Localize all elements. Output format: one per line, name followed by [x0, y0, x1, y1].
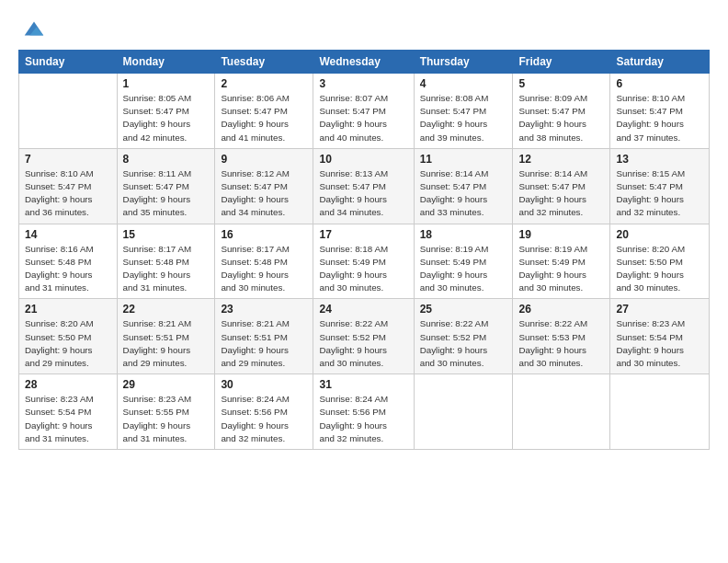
day-number: 9	[221, 153, 307, 166]
day-info: Sunrise: 8:23 AMSunset: 5:54 PMDaylight:…	[616, 317, 703, 370]
calendar-cell: 12Sunrise: 8:14 AMSunset: 5:47 PMDayligh…	[513, 148, 610, 224]
calendar-cell: 4Sunrise: 8:08 AMSunset: 5:47 PMDaylight…	[414, 74, 513, 149]
day-header-thursday: Thursday	[414, 51, 513, 74]
calendar-cell: 28Sunrise: 8:23 AMSunset: 5:54 PMDayligh…	[19, 374, 118, 450]
day-number: 25	[420, 303, 507, 316]
calendar-week-row: 14Sunrise: 8:16 AMSunset: 5:48 PMDayligh…	[19, 224, 710, 299]
calendar-cell: 1Sunrise: 8:05 AMSunset: 5:47 PMDaylight…	[117, 74, 215, 149]
day-info: Sunrise: 8:15 AMSunset: 5:47 PMDaylight:…	[616, 167, 703, 220]
day-number: 1	[123, 77, 210, 90]
day-info: Sunrise: 8:17 AMSunset: 5:48 PMDaylight:…	[123, 243, 210, 295]
day-number: 19	[518, 228, 604, 241]
day-info: Sunrise: 8:22 AMSunset: 5:53 PMDaylight:…	[518, 317, 604, 370]
day-header-monday: Monday	[117, 51, 215, 74]
day-number: 6	[616, 77, 703, 90]
day-info: Sunrise: 8:19 AMSunset: 5:49 PMDaylight:…	[518, 243, 604, 295]
day-number: 16	[221, 228, 307, 241]
day-info: Sunrise: 8:21 AMSunset: 5:51 PMDaylight:…	[123, 317, 210, 370]
calendar-cell	[414, 374, 513, 450]
day-number: 3	[319, 77, 407, 90]
calendar-body: 1Sunrise: 8:05 AMSunset: 5:47 PMDaylight…	[19, 74, 710, 450]
calendar-cell: 17Sunrise: 8:18 AMSunset: 5:49 PMDayligh…	[313, 224, 414, 299]
calendar-cell: 8Sunrise: 8:11 AMSunset: 5:47 PMDaylight…	[117, 148, 215, 224]
calendar-cell: 18Sunrise: 8:19 AMSunset: 5:49 PMDayligh…	[414, 224, 513, 299]
day-info: Sunrise: 8:10 AMSunset: 5:47 PMDaylight:…	[25, 167, 111, 220]
day-number: 20	[616, 228, 703, 241]
calendar-week-row: 28Sunrise: 8:23 AMSunset: 5:54 PMDayligh…	[19, 374, 710, 450]
day-header-saturday: Saturday	[610, 51, 710, 74]
calendar-cell: 7Sunrise: 8:10 AMSunset: 5:47 PMDaylight…	[19, 148, 118, 224]
calendar-cell	[19, 74, 118, 149]
day-info: Sunrise: 8:19 AMSunset: 5:49 PMDaylight:…	[420, 243, 507, 295]
day-number: 30	[221, 378, 307, 391]
day-info: Sunrise: 8:16 AMSunset: 5:48 PMDaylight:…	[25, 243, 111, 295]
calendar-cell: 21Sunrise: 8:20 AMSunset: 5:50 PMDayligh…	[19, 299, 118, 374]
day-number: 15	[123, 228, 210, 241]
calendar-cell: 9Sunrise: 8:12 AMSunset: 5:47 PMDaylight…	[215, 148, 313, 224]
calendar-week-row: 7Sunrise: 8:10 AMSunset: 5:47 PMDaylight…	[19, 148, 710, 224]
day-info: Sunrise: 8:10 AMSunset: 5:47 PMDaylight:…	[616, 92, 703, 144]
logo-icon	[21, 17, 47, 42]
logo	[18, 17, 47, 42]
day-info: Sunrise: 8:06 AMSunset: 5:47 PMDaylight:…	[221, 92, 307, 144]
day-info: Sunrise: 8:17 AMSunset: 5:48 PMDaylight:…	[221, 243, 307, 295]
day-number: 8	[123, 153, 210, 166]
day-info: Sunrise: 8:09 AMSunset: 5:47 PMDaylight:…	[518, 92, 604, 144]
calendar-cell: 24Sunrise: 8:22 AMSunset: 5:52 PMDayligh…	[313, 299, 414, 374]
day-number: 22	[123, 303, 210, 316]
calendar-cell: 11Sunrise: 8:14 AMSunset: 5:47 PMDayligh…	[414, 148, 513, 224]
day-number: 14	[25, 228, 111, 241]
day-number: 4	[420, 77, 507, 90]
day-info: Sunrise: 8:22 AMSunset: 5:52 PMDaylight:…	[319, 317, 407, 370]
calendar-cell: 27Sunrise: 8:23 AMSunset: 5:54 PMDayligh…	[610, 299, 710, 374]
calendar-cell: 26Sunrise: 8:22 AMSunset: 5:53 PMDayligh…	[513, 299, 610, 374]
day-info: Sunrise: 8:20 AMSunset: 5:50 PMDaylight:…	[616, 243, 703, 295]
day-number: 27	[616, 303, 703, 316]
calendar-week-row: 21Sunrise: 8:20 AMSunset: 5:50 PMDayligh…	[19, 299, 710, 374]
day-header-tuesday: Tuesday	[215, 51, 313, 74]
day-info: Sunrise: 8:22 AMSunset: 5:52 PMDaylight:…	[420, 317, 507, 370]
day-info: Sunrise: 8:24 AMSunset: 5:56 PMDaylight:…	[319, 393, 407, 445]
day-info: Sunrise: 8:20 AMSunset: 5:50 PMDaylight:…	[25, 317, 111, 370]
calendar-cell: 19Sunrise: 8:19 AMSunset: 5:49 PMDayligh…	[513, 224, 610, 299]
day-info: Sunrise: 8:14 AMSunset: 5:47 PMDaylight:…	[518, 167, 604, 220]
day-number: 17	[319, 228, 407, 241]
day-number: 13	[616, 153, 703, 166]
calendar-cell: 29Sunrise: 8:23 AMSunset: 5:55 PMDayligh…	[117, 374, 215, 450]
day-number: 28	[25, 378, 111, 391]
calendar-cell: 3Sunrise: 8:07 AMSunset: 5:47 PMDaylight…	[313, 74, 414, 149]
day-number: 11	[420, 153, 507, 166]
calendar-cell: 22Sunrise: 8:21 AMSunset: 5:51 PMDayligh…	[117, 299, 215, 374]
day-info: Sunrise: 8:21 AMSunset: 5:51 PMDaylight:…	[221, 317, 307, 370]
day-number: 12	[518, 153, 604, 166]
day-number: 10	[319, 153, 407, 166]
day-info: Sunrise: 8:18 AMSunset: 5:49 PMDaylight:…	[319, 243, 407, 295]
day-header-friday: Friday	[513, 51, 610, 74]
calendar-cell: 16Sunrise: 8:17 AMSunset: 5:48 PMDayligh…	[215, 224, 313, 299]
calendar-cell	[513, 374, 610, 450]
calendar-cell: 2Sunrise: 8:06 AMSunset: 5:47 PMDaylight…	[215, 74, 313, 149]
calendar-cell: 25Sunrise: 8:22 AMSunset: 5:52 PMDayligh…	[414, 299, 513, 374]
calendar-cell: 30Sunrise: 8:24 AMSunset: 5:56 PMDayligh…	[215, 374, 313, 450]
calendar-table: SundayMondayTuesdayWednesdayThursdayFrid…	[18, 50, 710, 450]
day-number: 21	[25, 303, 111, 316]
day-number: 29	[123, 378, 210, 391]
calendar-cell	[610, 374, 710, 450]
calendar-cell: 31Sunrise: 8:24 AMSunset: 5:56 PMDayligh…	[313, 374, 414, 450]
day-number: 7	[25, 153, 111, 166]
calendar-cell: 20Sunrise: 8:20 AMSunset: 5:50 PMDayligh…	[610, 224, 710, 299]
calendar-cell: 13Sunrise: 8:15 AMSunset: 5:47 PMDayligh…	[610, 148, 710, 224]
day-info: Sunrise: 8:07 AMSunset: 5:47 PMDaylight:…	[319, 92, 407, 144]
day-number: 24	[319, 303, 407, 316]
day-number: 2	[221, 77, 307, 90]
day-number: 5	[518, 77, 604, 90]
calendar-week-row: 1Sunrise: 8:05 AMSunset: 5:47 PMDaylight…	[19, 74, 710, 149]
day-info: Sunrise: 8:24 AMSunset: 5:56 PMDaylight:…	[221, 393, 307, 445]
calendar-cell: 23Sunrise: 8:21 AMSunset: 5:51 PMDayligh…	[215, 299, 313, 374]
day-info: Sunrise: 8:12 AMSunset: 5:47 PMDaylight:…	[221, 167, 307, 220]
day-info: Sunrise: 8:13 AMSunset: 5:47 PMDaylight:…	[319, 167, 407, 220]
day-number: 18	[420, 228, 507, 241]
day-info: Sunrise: 8:05 AMSunset: 5:47 PMDaylight:…	[123, 92, 210, 144]
day-header-sunday: Sunday	[19, 51, 118, 74]
calendar-cell: 14Sunrise: 8:16 AMSunset: 5:48 PMDayligh…	[19, 224, 118, 299]
